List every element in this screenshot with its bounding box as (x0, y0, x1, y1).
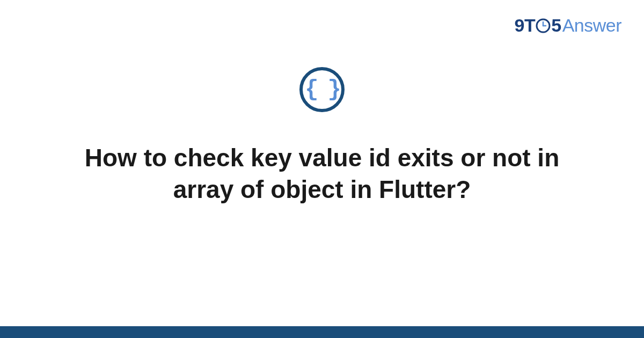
topic-icon-circle: { } (299, 67, 345, 112)
code-braces-icon: { } (305, 78, 339, 101)
brand-text-9t: 9T (515, 15, 536, 36)
brand-text-5: 5 (551, 15, 561, 36)
brand-logo: 9T 5 Answer (515, 15, 621, 36)
brand-clock-icon (536, 18, 551, 33)
main-content: { } How to check key value id exits or n… (0, 67, 644, 205)
footer-bar (0, 326, 644, 338)
brand-text-answer: Answer (562, 15, 621, 36)
page-title: How to check key value id exits or not i… (54, 142, 590, 205)
